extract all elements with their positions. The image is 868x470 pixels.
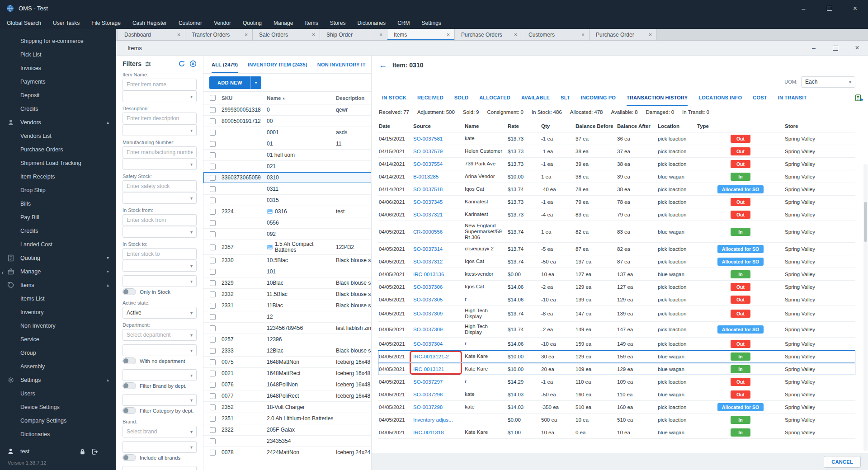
tx-source-link[interactable]: SO-0037298 <box>413 392 443 397</box>
sidebar-item[interactable]: Credits <box>0 102 116 116</box>
transaction-row[interactable]: 04/14/2021 SO-0037554 739 Park Ave $13.7… <box>378 158 855 170</box>
transaction-row[interactable]: 04/05/2021 SO-0037309 High Tech Display … <box>378 306 855 322</box>
row-checkbox[interactable] <box>210 404 216 410</box>
items-list-tab[interactable]: INVENTORY ITEM (2435) <box>248 56 307 73</box>
filter-input[interactable] <box>123 146 197 158</box>
filter-select[interactable] <box>123 90 197 102</box>
transaction-row[interactable]: 04/05/2021 IRC-0011318 Kate Kare $1.00 1… <box>378 426 855 439</box>
item-row[interactable]: 2324 0316 test <box>203 206 371 217</box>
transaction-row[interactable]: 04/05/2021 SO-0037297 r $14.29 -1 ea 110… <box>378 376 855 388</box>
sidebar-item[interactable]: Deposit <box>0 89 116 102</box>
menu-item[interactable]: File Storage <box>85 17 127 29</box>
row-checkbox[interactable] <box>210 280 216 286</box>
transaction-row[interactable]: 04/05/2021 SO-0037298 kate $14.03 -50 ea… <box>378 388 855 401</box>
filter-select[interactable]: Select department <box>123 329 197 341</box>
filter-toggle[interactable]: Include all brands <box>123 453 197 462</box>
row-checkbox[interactable] <box>210 244 216 250</box>
row-checkbox[interactable] <box>210 438 216 444</box>
item-row[interactable]: 2331 11Blac Black blouse se <box>203 300 371 311</box>
sidebar-item[interactable]: Vendors List <box>0 129 116 143</box>
tx-source-link[interactable]: SO-0037321 <box>413 212 443 217</box>
add-new-button[interactable]: ADD NEW <box>209 76 250 89</box>
item-row[interactable]: 0077 1648PoliRect Iceberg 16x48 M <box>203 390 371 402</box>
filter-select[interactable] <box>123 124 197 136</box>
tx-source-link[interactable]: SO-0037314 <box>413 246 443 252</box>
item-row[interactable]: 2351 2.0 Ah Lithium-Ion Batteries <box>203 413 371 424</box>
document-tab[interactable]: Transfer Orders <box>185 29 253 40</box>
filter-input[interactable] <box>123 248 197 260</box>
menu-item[interactable]: Customer <box>173 17 208 29</box>
item-row[interactable]: 0075 1648MattNon Iceberg 16x48 M <box>203 357 371 368</box>
sidebar-item[interactable]: Items List <box>0 292 116 306</box>
filter-select[interactable] <box>123 466 197 470</box>
row-checkbox[interactable] <box>210 258 216 263</box>
filter-select[interactable] <box>123 275 197 287</box>
item-row[interactable]: 2329 10Blac Black blouse se <box>203 277 371 289</box>
item-row[interactable]: 01 hell uom <box>203 150 371 161</box>
tx-source-link[interactable]: SO-0037579 <box>413 149 443 154</box>
column-description[interactable]: Description <box>336 95 371 101</box>
lock-icon[interactable] <box>79 448 86 455</box>
close-icon[interactable] <box>245 32 248 38</box>
tx-source-link[interactable]: SO-0037297 <box>413 379 443 385</box>
item-row[interactable]: 12 <box>203 311 371 323</box>
item-row[interactable]: 8000500191712 00 <box>203 116 371 127</box>
close-icon[interactable] <box>312 32 315 38</box>
sidebar-item[interactable]: Drop Ship <box>0 183 116 197</box>
filter-select[interactable] <box>123 260 197 272</box>
item-row[interactable]: 092 <box>203 229 371 240</box>
transaction-row[interactable]: 04/05/2021 SO-0037314 сгыешщук 2 $13.74 … <box>378 243 855 255</box>
transaction-row[interactable]: 04/06/2021 SO-0037321 Karinatest $13.73 … <box>378 208 855 221</box>
row-checkbox[interactable] <box>210 382 216 388</box>
close-button[interactable] <box>842 0 868 17</box>
sidebar-collapse-arrow[interactable] <box>0 264 5 280</box>
item-row[interactable]: 0076 1648PoliNon Iceberg 16x48 M <box>203 379 371 390</box>
tx-source-link[interactable]: SO-0037518 <box>413 187 443 192</box>
sidebar-item[interactable]: Device Settings <box>0 400 116 414</box>
item-row[interactable]: 0315 <box>203 195 371 206</box>
tx-source-link[interactable]: SO-0037304 <box>413 341 443 347</box>
sidebar-item[interactable]: Quoting <box>0 251 116 265</box>
transaction-row[interactable]: 04/05/2021 SO-0037312 Iqos Cat $13.74 -5… <box>378 255 855 268</box>
detail-tab[interactable]: TRANSACTION HISTORY <box>627 89 688 106</box>
logout-icon[interactable] <box>91 448 98 455</box>
sidebar-item[interactable]: Shipment Load Tracking <box>0 156 116 170</box>
detail-tab[interactable]: SLT <box>561 89 570 106</box>
close-icon[interactable] <box>581 32 585 38</box>
row-checkbox[interactable] <box>210 118 216 124</box>
toggle-switch[interactable] <box>123 357 136 364</box>
sidebar-item[interactable]: Settings <box>0 373 116 387</box>
filter-select[interactable] <box>123 192 197 204</box>
row-checkbox[interactable] <box>210 337 216 343</box>
tx-source-link[interactable]: IRC-0013136 <box>413 272 444 277</box>
tx-source-link[interactable]: B-0013285 <box>413 174 439 179</box>
detail-tab[interactable]: IN TRANSIT <box>778 89 807 106</box>
row-checkbox[interactable] <box>210 371 216 376</box>
toggle-switch[interactable] <box>123 288 136 295</box>
refresh-icon[interactable] <box>178 60 185 67</box>
item-row[interactable]: 0078 2424MattNon Iceberg 24x24 M <box>203 447 371 458</box>
close-icon[interactable] <box>177 32 180 38</box>
item-row[interactable]: 0001 asds <box>203 127 371 138</box>
vertical-scrollbar[interactable] <box>863 164 868 451</box>
item-row[interactable]: 23435354 <box>203 436 371 447</box>
row-checkbox[interactable] <box>210 427 216 433</box>
detail-tab[interactable]: SOLD <box>454 89 468 106</box>
toggle-switch[interactable] <box>123 454 136 461</box>
document-tab[interactable]: Items <box>387 29 455 40</box>
close-icon[interactable] <box>379 32 382 38</box>
filter-input[interactable] <box>123 214 197 226</box>
row-checkbox[interactable] <box>210 141 216 147</box>
item-row[interactable]: 3360373065059 0310 <box>203 172 371 183</box>
menu-item[interactable]: Dictionaries <box>351 17 392 29</box>
filter-input[interactable] <box>123 180 197 192</box>
sidebar-item[interactable]: Dictionaries <box>0 428 116 441</box>
row-checkbox[interactable] <box>210 209 216 215</box>
row-checkbox[interactable] <box>210 186 216 192</box>
row-checkbox[interactable] <box>210 269 216 275</box>
panel-close-button[interactable] <box>846 41 868 55</box>
item-row[interactable]: 0021 1648MattRect Iceberg 16x48 M <box>203 368 371 379</box>
item-row[interactable]: 2322 205F Galax <box>203 424 371 436</box>
tx-source-link[interactable]: CR-0000556 <box>413 229 443 235</box>
sidebar-item[interactable]: Company Settings <box>0 414 116 428</box>
